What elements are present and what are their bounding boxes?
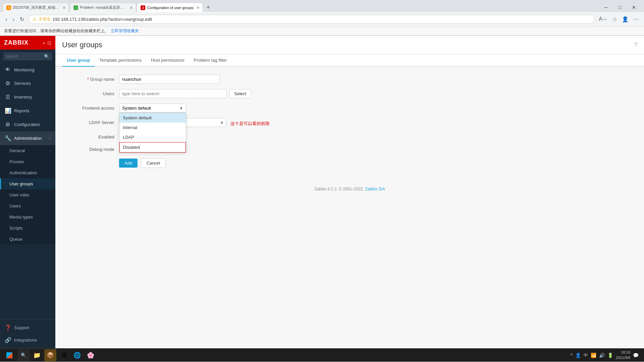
browser-tab-2[interactable]: Problem: mysql从延迟异常 on... ×: [70, 3, 136, 12]
taskbar-edge-icon[interactable]: 🌐: [71, 349, 83, 361]
bookmark-manage-link[interactable]: 立即管理收藏夹: [111, 28, 139, 34]
taskbar-files-icon[interactable]: 📁: [31, 349, 43, 361]
taskbar: 🔍 📁 📦 🖥 🌐 🌸 ^ 👤 中 📶 🔊 🔋 18:16 2021/9/9 💬: [0, 348, 644, 362]
sidebar-item-support[interactable]: ❓ Support: [0, 321, 55, 334]
general-arrow-icon: ›: [50, 149, 51, 153]
sidebar-item-administration[interactable]: 🔧 Administration ∨: [0, 131, 55, 145]
help-icon[interactable]: ?: [634, 42, 637, 49]
tray-caret-icon[interactable]: ^: [571, 353, 573, 358]
tab1-title: 20220708_润天教育_程福兴_Linu...: [13, 5, 60, 10]
dropdown-arrow-icon: ▼: [179, 106, 183, 110]
sidebar-item-integrations[interactable]: 🔗 Integrations: [0, 334, 55, 346]
dropdown-option-internal[interactable]: Internal: [119, 123, 186, 132]
windows-logo-icon: [6, 352, 12, 358]
cancel-button[interactable]: Cancel: [141, 158, 166, 168]
dropdown-trigger[interactable]: System default ▼: [119, 104, 186, 113]
sidebar-item-inventory[interactable]: ☰ Inventory ›: [0, 90, 55, 104]
user-icon[interactable]: ⊡: [47, 40, 51, 46]
bookmark-hint-text: 若要进行快速访问，请将你的网址收藏放在此收藏夹栏上。: [4, 28, 109, 34]
frontend-access-dropdown[interactable]: System default ▼ System default Internal: [119, 104, 186, 113]
tab-user-group[interactable]: User group: [62, 54, 95, 67]
sidebar-sub-user-roles[interactable]: User roles: [0, 189, 55, 200]
browser-toolbar-icons: A↔ ☆ 👤 ⋯: [597, 15, 640, 24]
profile-icon[interactable]: 👤: [621, 15, 630, 24]
new-tab-button[interactable]: +: [204, 4, 212, 11]
add-button[interactable]: Add: [119, 159, 138, 168]
page-title: User groups: [62, 41, 102, 49]
dropdown-option-disabled[interactable]: Disabled: [119, 142, 186, 153]
debug-mode-control: 这个是拒绝的权限: [119, 145, 634, 153]
tab3-close[interactable]: ×: [197, 5, 199, 10]
sidebar-sub-user-groups[interactable]: User groups: [0, 178, 55, 189]
tab-problem-tag-filter[interactable]: Problem tag filter: [189, 54, 231, 67]
collapse-icon[interactable]: «: [43, 40, 45, 46]
tab-template-permissions[interactable]: Template permissions: [95, 54, 146, 67]
sidebar-sub-media-types[interactable]: Media types: [0, 212, 55, 223]
admin-submenu: General › Proxies Authentication User gr…: [0, 145, 55, 245]
menu-icon[interactable]: ⋯: [632, 15, 640, 24]
window-minimize[interactable]: ─: [599, 1, 613, 13]
taskbar-date-value: 2021/9/9: [616, 355, 630, 360]
tray-battery-icon[interactable]: 🔋: [607, 353, 613, 358]
sidebar-sub-general[interactable]: General ›: [0, 145, 55, 156]
tab2-close[interactable]: ×: [130, 5, 132, 10]
window-close[interactable]: ✕: [627, 1, 641, 13]
security-label: 不安全: [39, 16, 51, 22]
sidebar-sub-users[interactable]: Users: [0, 200, 55, 212]
favorites-icon[interactable]: ☆: [611, 15, 619, 24]
group-name-input[interactable]: [119, 75, 220, 84]
sidebar-item-configuration[interactable]: ⚙ Configuration ›: [0, 118, 55, 131]
translate-icon[interactable]: A↔: [597, 15, 609, 24]
support-label: Support: [14, 325, 30, 330]
integrations-icon: 🔗: [5, 337, 11, 343]
sidebar-sub-proxies[interactable]: Proxies: [0, 156, 55, 167]
taskbar-app2-icon[interactable]: 🖥: [58, 349, 70, 361]
dropdown-option-ldap[interactable]: LDAP: [119, 132, 186, 142]
tab3-favicon: Z: [141, 5, 145, 10]
tray-notification-icon[interactable]: 💬: [633, 353, 639, 358]
tab-host-permissions[interactable]: Host permissions: [146, 54, 189, 67]
window-maximize[interactable]: □: [613, 1, 627, 13]
logo-text: ZABBIX: [4, 39, 29, 46]
page-header: User groups ?: [55, 36, 644, 54]
taskbar-app1-icon[interactable]: 📦: [44, 349, 56, 361]
dropdown-option-system-default[interactable]: System default: [119, 113, 186, 123]
back-button[interactable]: ‹: [4, 15, 8, 24]
footer-link[interactable]: Zabbix SIA: [365, 187, 385, 191]
tray-lang-icon[interactable]: 中: [584, 352, 588, 358]
taskbar-app3-icon[interactable]: 🌸: [85, 349, 97, 361]
taskbar-search-icon[interactable]: 🔍: [17, 349, 30, 361]
tray-wifi-icon[interactable]: 📶: [591, 353, 596, 358]
sidebar-bottom: ❓ Support 🔗 Integrations: [0, 319, 55, 348]
address-bar[interactable]: ⚠ 不安全 192.168.171.136/zabbix.php?action=…: [28, 15, 595, 24]
sidebar-sub-queue[interactable]: Queue ›: [0, 234, 55, 245]
form-buttons: Add Cancel: [119, 158, 634, 168]
forward-button[interactable]: ›: [11, 15, 15, 24]
frontend-access-row: Frontend access System default ▼ System …: [65, 104, 634, 113]
sidebar-sub-authentication[interactable]: Authentication: [0, 167, 55, 178]
debug-mode-label: Debug mode: [65, 145, 119, 152]
taskbar-tray: ^ 👤 中 📶 🔊 🔋 18:16 2021/9/9 💬: [568, 350, 641, 360]
refresh-button[interactable]: ↻: [18, 15, 25, 24]
sidebar-item-services[interactable]: ⚙ Services ›: [0, 76, 55, 90]
taskbar-clock[interactable]: 18:16 2021/9/9: [616, 350, 630, 360]
browser-tab-3[interactable]: Z Configuration of user groups ×: [137, 3, 203, 12]
general-label: General: [9, 148, 25, 153]
tray-volume-icon[interactable]: 🔊: [599, 353, 605, 358]
annotation-read: 这个是可以看的权限: [230, 119, 270, 127]
users-search-input[interactable]: [119, 89, 226, 98]
sidebar-sub-scripts[interactable]: Scripts: [0, 223, 55, 234]
authentication-label: Authentication: [9, 170, 37, 175]
tab1-close[interactable]: ×: [63, 5, 65, 10]
start-button[interactable]: [3, 350, 16, 361]
footer-text: Zabbix 6.2.2. © 2001–2022,: [314, 187, 364, 191]
browser-tab-1[interactable]: A 20220708_润天教育_程福兴_Linu... ×: [3, 3, 69, 12]
services-icon: ⚙: [5, 80, 11, 86]
users-label: Users: [65, 89, 119, 96]
select-button[interactable]: Select: [229, 89, 251, 98]
taskbar-time-value: 18:16: [616, 350, 630, 355]
main-content: User groups ? User group Template permis…: [55, 36, 644, 348]
sidebar-item-monitoring[interactable]: 👁 Monitoring ›: [0, 63, 55, 76]
sidebar-item-reports[interactable]: 📊 Reports ›: [0, 104, 55, 118]
tray-person-icon[interactable]: 👤: [575, 353, 581, 358]
